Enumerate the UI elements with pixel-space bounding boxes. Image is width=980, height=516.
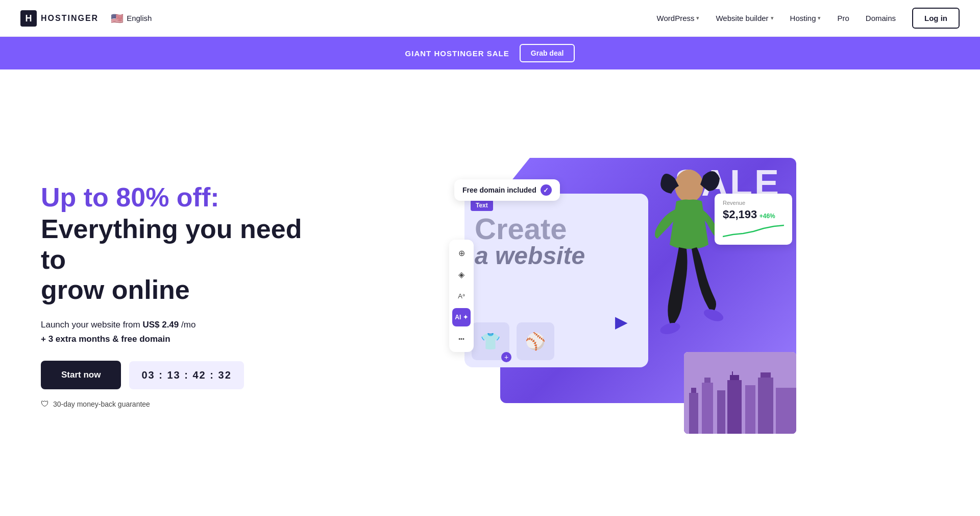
- svg-rect-12: [776, 388, 796, 434]
- chevron-down-icon: ▾: [696, 15, 699, 21]
- chevron-down-icon: ▾: [818, 15, 821, 21]
- countdown-timer: 03 : 13 : 42 : 32: [129, 361, 243, 389]
- grab-deal-button[interactable]: Grab deal: [520, 44, 575, 62]
- more-tool-button[interactable]: •••: [452, 330, 471, 348]
- check-circle-icon: ✓: [541, 184, 552, 196]
- revenue-chart: [723, 224, 784, 239]
- guarantee-text: 🛡 30-day money-back guarantee: [41, 400, 306, 409]
- revenue-change: +46%: [760, 213, 775, 220]
- product-item-cap: ⚾: [517, 322, 554, 360]
- nav-item-website-builder[interactable]: Website builder ▾: [716, 14, 773, 22]
- nav-right: WordPress ▾ Website builder ▾ Hosting ▾ …: [657, 8, 960, 29]
- nav-item-pro[interactable]: Pro: [837, 14, 849, 22]
- flag-icon: 🇺🇸: [111, 12, 124, 25]
- language-label: English: [127, 14, 152, 22]
- nav-item-domains[interactable]: Domains: [866, 14, 896, 22]
- free-domain-text: Free domain included: [462, 186, 536, 194]
- hero-offer: + 3 extra months & free domain: [41, 334, 306, 344]
- revenue-card: Revenue $2,193 +46%: [715, 194, 792, 245]
- subtitle-prefix: Launch your website from: [41, 320, 142, 330]
- hero-title-accent: Up to 80% off:: [41, 183, 306, 212]
- product-items: 👕 + ⚾: [472, 322, 554, 360]
- hero-subtitle: Launch your website from US$ 2.49 /mo: [41, 320, 306, 330]
- free-domain-badge: Free domain included ✓: [454, 179, 560, 201]
- logo[interactable]: H HOSTINGER: [20, 10, 99, 27]
- revenue-label: Revenue: [723, 200, 784, 206]
- language-selector[interactable]: 🇺🇸 English: [111, 12, 152, 25]
- nav-label-website-builder: Website builder: [716, 14, 768, 22]
- banner-text: GIANT HOSTINGER SALE: [405, 49, 509, 58]
- shield-icon: 🛡: [41, 400, 49, 409]
- nav-label-wordpress: WordPress: [657, 14, 695, 22]
- logo-icon: H: [20, 10, 37, 27]
- nav-item-wordpress[interactable]: WordPress ▾: [657, 14, 700, 22]
- layers-tool-button[interactable]: ◈: [452, 265, 471, 284]
- login-button[interactable]: Log in: [912, 8, 960, 29]
- hero-cta: Start now 03 : 13 : 42 : 32: [41, 361, 306, 389]
- navbar: H HOSTINGER 🇺🇸 English WordPress ▾ Websi…: [0, 0, 980, 37]
- hero-illustration: SALE Free domain included ✓ ⊕ ◈ Aᵃ AI ✦ …: [306, 148, 939, 444]
- sidebar-tools: ⊕ ◈ Aᵃ AI ✦ •••: [449, 240, 474, 352]
- nav-left: H HOSTINGER 🇺🇸 English: [20, 10, 152, 27]
- nav-item-hosting[interactable]: Hosting ▾: [790, 14, 821, 22]
- nav-label-hosting: Hosting: [790, 14, 816, 22]
- revenue-amount: $2,193: [723, 208, 757, 221]
- create-word: Create: [475, 214, 585, 244]
- text-label: Text: [471, 200, 493, 211]
- logo-letter: H: [26, 14, 32, 23]
- promo-banner: GIANT HOSTINGER SALE Grab deal: [0, 37, 980, 69]
- ai-tool-button[interactable]: AI ✦: [452, 308, 471, 326]
- create-website-text: Create a website: [475, 214, 585, 268]
- revenue-value: $2,193 +46%: [723, 208, 784, 221]
- start-now-button[interactable]: Start now: [41, 361, 121, 389]
- brand-name: HOSTINGER: [41, 14, 99, 23]
- product-item-shirt: 👕 +: [472, 322, 509, 360]
- chevron-down-icon: ▾: [771, 15, 774, 21]
- add-product-icon: +: [501, 352, 511, 362]
- guarantee-label: 30-day money-back guarantee: [53, 400, 150, 408]
- hero-content: Up to 80% off: Everything you need togro…: [41, 183, 306, 409]
- nav-label-domains: Domains: [866, 14, 896, 22]
- add-tool-button[interactable]: ⊕: [452, 244, 471, 262]
- hero-section: Up to 80% off: Everything you need togro…: [0, 69, 980, 516]
- create-italic: a website: [475, 244, 585, 268]
- svg-point-13: [675, 170, 703, 202]
- text-tool-button[interactable]: Aᵃ: [452, 287, 471, 305]
- price: US$ 2.49: [142, 320, 179, 330]
- price-suffix: /mo: [179, 320, 195, 330]
- illustration-container: SALE Free domain included ✓ ⊕ ◈ Aᵃ AI ✦ …: [449, 153, 796, 439]
- nav-label-pro: Pro: [837, 14, 849, 22]
- hero-title-main: Everything you need togrow online: [41, 214, 306, 306]
